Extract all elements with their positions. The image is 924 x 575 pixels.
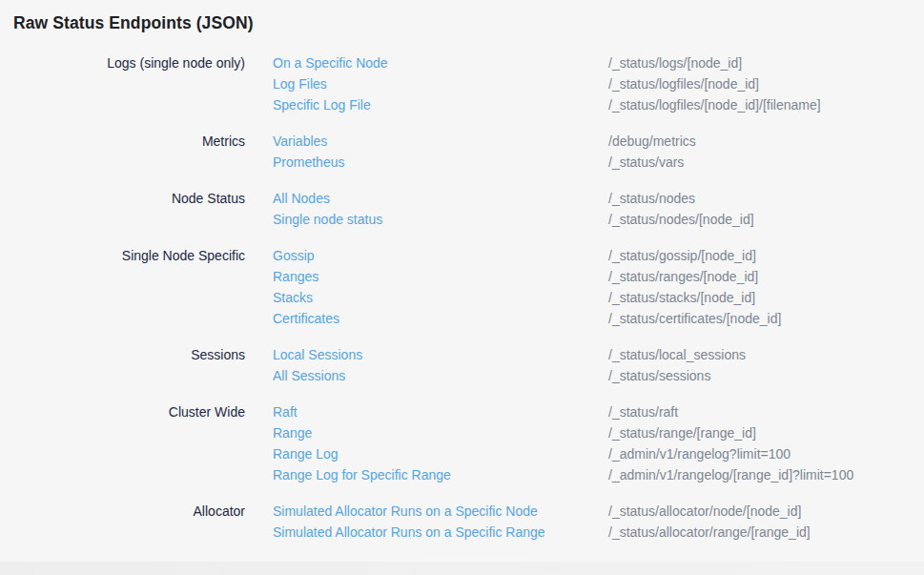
endpoint-path: /_admin/v1/rangelog?limit=100 (608, 443, 924, 464)
endpoint-row: Range Log for Specific Range /_admin/v1/… (0, 464, 924, 485)
endpoint-path: /_status/raft (608, 401, 924, 422)
category-spacer (0, 522, 245, 543)
category-spacer (0, 266, 245, 287)
endpoint-path: /_admin/v1/rangelog/[range_id]?limit=100 (608, 464, 924, 485)
endpoint-link[interactable]: Prometheus (273, 154, 344, 170)
endpoint-row: Logs (single node only) On a Specific No… (0, 52, 924, 73)
category-spacer (0, 94, 245, 115)
endpoint-path: /_status/vars (608, 152, 924, 173)
endpoint-row: Allocator Simulated Allocator Runs on a … (0, 501, 924, 522)
category-spacer (0, 209, 245, 230)
endpoint-path: /_status/range/[range_id] (608, 422, 924, 443)
endpoint-row: Cluster Wide Raft /_status/raft (0, 401, 924, 422)
endpoint-row: Range Log /_admin/v1/rangelog?limit=100 (0, 443, 924, 464)
endpoint-path: /_status/gossip/[node_id] (608, 245, 924, 266)
endpoint-link[interactable]: Range Log (273, 446, 339, 462)
category-spacer (0, 152, 245, 173)
endpoint-path: /_status/certificates/[node_id] (608, 308, 924, 329)
endpoint-path: /_status/logs/[node_id] (608, 52, 924, 73)
endpoint-path: /_status/stacks/[node_id] (608, 287, 924, 308)
endpoint-path: /_status/allocator/range/[range_id] (608, 522, 924, 543)
endpoints-list: Logs (single node only) On a Specific No… (0, 52, 924, 543)
endpoint-path: /_status/allocator/node/[node_id] (608, 501, 924, 522)
endpoint-group-metrics: Metrics Variables /debug/metrics Prometh… (0, 131, 924, 173)
endpoint-link[interactable]: Range Log for Specific Range (273, 467, 451, 483)
category-spacer (0, 464, 245, 485)
category-label: Cluster Wide (0, 401, 245, 422)
endpoint-row: Single Node Specific Gossip /_status/gos… (0, 245, 924, 266)
category-label: Allocator (0, 501, 245, 522)
endpoint-link[interactable]: Simulated Allocator Runs on a Specific N… (273, 503, 538, 519)
endpoint-link[interactable]: Log Files (273, 76, 327, 92)
endpoint-group-allocator: Allocator Simulated Allocator Runs on a … (0, 501, 924, 543)
endpoint-link[interactable]: All Nodes (273, 191, 330, 206)
endpoint-row: Range /_status/range/[range_id] (0, 422, 924, 443)
endpoint-group-sessions: Sessions Local Sessions /_status/local_s… (0, 344, 924, 386)
endpoint-row: Stacks /_status/stacks/[node_id] (0, 287, 924, 308)
page-title: Raw Status Endpoints (JSON) (0, 0, 924, 33)
endpoint-path: /_status/nodes (608, 188, 924, 209)
endpoint-row: Simulated Allocator Runs on a Specific R… (0, 522, 924, 543)
category-spacer (0, 308, 245, 329)
endpoint-row: Prometheus /_status/vars (0, 152, 924, 173)
endpoint-path: /_status/logfiles/[node_id]/[filename] (608, 94, 924, 115)
endpoint-group-cluster-wide: Cluster Wide Raft /_status/raft Range /_… (0, 401, 924, 485)
category-spacer (0, 73, 245, 94)
endpoint-link[interactable]: Gossip (273, 248, 315, 263)
endpoint-link[interactable]: Specific Log File (273, 97, 371, 113)
endpoint-group-single-node: Single Node Specific Gossip /_status/gos… (0, 245, 924, 329)
endpoint-row: Node Status All Nodes /_status/nodes (0, 188, 924, 209)
endpoint-row: Sessions Local Sessions /_status/local_s… (0, 344, 924, 365)
endpoint-path: /_status/sessions (608, 365, 924, 386)
category-spacer (0, 422, 245, 443)
endpoint-group-logs: Logs (single node only) On a Specific No… (0, 52, 924, 115)
endpoint-link[interactable]: Range (273, 425, 312, 441)
endpoint-path: /_status/logfiles/[node_id] (608, 73, 924, 94)
endpoint-row: Certificates /_status/certificates/[node… (0, 308, 924, 329)
category-spacer (0, 287, 245, 308)
endpoint-link[interactable]: Simulated Allocator Runs on a Specific R… (273, 524, 545, 540)
endpoint-row: Log Files /_status/logfiles/[node_id] (0, 73, 924, 94)
endpoint-group-node-status: Node Status All Nodes /_status/nodes Sin… (0, 188, 924, 230)
endpoint-row: Single node status /_status/nodes/[node_… (0, 209, 924, 230)
endpoint-link[interactable]: Local Sessions (273, 347, 362, 362)
endpoint-link[interactable]: On a Specific Node (273, 55, 388, 71)
endpoint-link[interactable]: Variables (273, 133, 327, 149)
endpoint-row: Specific Log File /_status/logfiles/[nod… (0, 94, 924, 115)
category-spacer (0, 443, 245, 464)
endpoint-row: Metrics Variables /debug/metrics (0, 131, 924, 152)
category-label: Logs (single node only) (0, 52, 245, 73)
endpoint-row: Ranges /_status/ranges/[node_id] (0, 266, 924, 287)
endpoint-path: /_status/nodes/[node_id] (608, 209, 924, 230)
category-label: Node Status (0, 188, 245, 209)
endpoint-link[interactable]: Raft (273, 404, 298, 420)
category-label: Single Node Specific (0, 245, 245, 266)
endpoint-link[interactable]: All Sessions (273, 368, 345, 383)
endpoint-link[interactable]: Ranges (273, 269, 318, 284)
endpoint-row: All Sessions /_status/sessions (0, 365, 924, 386)
endpoint-link[interactable]: Stacks (273, 290, 313, 305)
endpoint-path: /_status/ranges/[node_id] (608, 266, 924, 287)
endpoint-link[interactable]: Single node status (273, 212, 382, 227)
endpoint-path: /_status/local_sessions (608, 344, 924, 365)
category-label: Metrics (0, 131, 245, 152)
endpoint-link[interactable]: Certificates (273, 311, 339, 326)
category-label: Sessions (0, 344, 245, 365)
category-spacer (0, 365, 245, 386)
endpoint-path: /debug/metrics (608, 131, 924, 152)
bottom-shade (0, 562, 924, 575)
